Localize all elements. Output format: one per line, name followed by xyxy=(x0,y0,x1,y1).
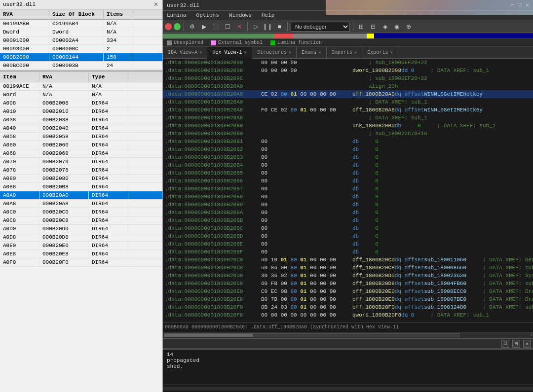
bottom-table-row[interactable]: A088000B20B8DIR64 xyxy=(0,183,162,191)
tab-ida-close[interactable]: ✕ xyxy=(199,50,202,55)
hscroll-thumb[interactable] xyxy=(164,334,253,337)
code-line[interactable]: .data:0000000001800B20BF00db 0 xyxy=(163,248,533,256)
bottom-table-row[interactable]: A058000B2058DIR64 xyxy=(0,133,162,141)
code-line[interactable]: .data:0000000001800B20F800 00 00 00 00 0… xyxy=(163,311,533,319)
tab-enums[interactable]: Enums ✕ xyxy=(297,47,326,59)
code-line[interactable]: .data:0000000001800B209800 00 00 00dword… xyxy=(163,67,533,74)
hscroll-track[interactable] xyxy=(164,333,460,337)
toolbar-btn-3[interactable]: ⬛ xyxy=(211,22,221,32)
code-line[interactable]: .data:0000000001800B20B900db 0 xyxy=(163,201,533,209)
code-view[interactable]: .data:0000000001800B209000 00 00 00 ; su… xyxy=(163,59,533,322)
toolbar-pause[interactable]: ❙❙ xyxy=(263,22,272,32)
top-table-row[interactable]: DwordDwordN/A xyxy=(0,28,162,36)
menu-windows[interactable]: Windows xyxy=(227,11,254,19)
bottom-table-row[interactable]: A080000B2080DIR64 xyxy=(0,175,162,183)
tab-hex-view[interactable]: Hex View-1 ✕ xyxy=(207,47,252,59)
code-line[interactable]: .data:0000000001800B20BB00db 0 xyxy=(163,216,533,224)
code-line[interactable]: .data:0000000001800B20BD00db 0 xyxy=(163,232,533,240)
code-line[interactable]: .data:0000000001800B20B200db 0 xyxy=(163,145,533,153)
code-line[interactable]: .data:0000000001800B20D030 36 02 80 01 0… xyxy=(163,272,533,280)
code-line[interactable]: .data:0000000001800B209C ; sub_18000EF20… xyxy=(163,74,533,82)
bottom-table-row[interactable]: 00199ACEN/AN/A xyxy=(0,82,162,91)
code-line[interactable]: .data:0000000001800B209000 00 00 00 ; su… xyxy=(163,59,533,67)
bottom-table-row[interactable]: A040000B2040DIR64 xyxy=(0,124,162,133)
tab-ida-view[interactable]: IDA View-A ✕ xyxy=(163,47,207,59)
debugger-dropdown[interactable]: No debugger xyxy=(291,22,350,32)
code-line[interactable]: .data:0000000001800B20B700db 0 xyxy=(163,185,533,193)
code-line[interactable]: .data:0000000001800B20B100db 0 xyxy=(163,138,533,145)
bottom-table-row[interactable]: A070000B2070DIR64 xyxy=(0,158,162,166)
tab-exports[interactable]: Exports ✕ xyxy=(362,47,398,59)
tab-imports[interactable]: Imports ✕ xyxy=(327,47,362,59)
top-table-row[interactable]: 00199AB000199AB4N/A xyxy=(0,20,162,28)
toolbar-btn-stop[interactable]: ✕ xyxy=(234,22,244,32)
bottom-table-row[interactable]: A010000B2010DIR64 xyxy=(0,107,162,116)
hscrollbar[interactable]: › xyxy=(163,332,533,338)
top-table-row[interactable]: 000B200000000144158 xyxy=(0,53,162,62)
tab-hex-close[interactable]: ✕ xyxy=(244,50,246,55)
bottom-table-row[interactable]: A0D0000B20D0DIR64 xyxy=(0,225,162,233)
code-line[interactable]: .data:0000000001800B20A8 ; DATA XREF: su… xyxy=(163,114,533,122)
bottom-table-row[interactable]: A078000B2078DIR64 xyxy=(0,166,162,175)
bottom-table-row[interactable]: A0E0000B20E0DIR64 xyxy=(0,242,162,250)
bottom-table-row[interactable]: A0F0000B20F0DIR64 xyxy=(0,258,162,267)
bottom-table-row[interactable]: A0A8000B20A8DIR64 xyxy=(0,200,162,208)
toolbar-stop2[interactable]: ■ xyxy=(274,22,284,32)
code-line[interactable]: .data:0000000001800B20A0 ; DATA XREF: su… xyxy=(163,98,533,106)
console-scrollbar[interactable] xyxy=(163,387,533,391)
bottom-table-row[interactable]: A068000B2068DIR64 xyxy=(0,149,162,158)
code-line[interactable]: .data:0000000001800B20B300db 0 xyxy=(163,153,533,161)
code-line[interactable]: .data:0000000001800B20B0unk_1800B20B0 db… xyxy=(163,122,533,130)
bottom-table-row[interactable]: WordN/AN/A xyxy=(0,91,162,99)
bottom-table-row[interactable]: A060000B2060DIR64 xyxy=(0,141,162,149)
code-line[interactable]: .data:0000000001800B20E0C0 EC 08 80 01 0… xyxy=(163,287,533,295)
code-line[interactable]: .data:0000000001800B20A0CE 02 80 01 00 0… xyxy=(163,90,533,98)
code-line[interactable]: .data:0000000001800B20E8B0 7B 00 80 01 0… xyxy=(163,295,533,303)
toolbar-extra-4[interactable]: ◉ xyxy=(392,22,402,32)
bottom-table-row[interactable]: A0C0000B20C0DIR64 xyxy=(0,208,162,216)
toolbar-extra-5[interactable]: ⊕ xyxy=(404,22,414,32)
code-line[interactable]: .data:0000000001800B20D860 FB 00 80 01 0… xyxy=(163,280,533,287)
toolbar-extra-1[interactable]: ⊞ xyxy=(356,22,366,32)
menu-options[interactable]: Options xyxy=(194,11,221,19)
console-btn-1[interactable]: □ xyxy=(501,340,509,348)
code-line[interactable]: .data:0000000001800B20BC00db 0 xyxy=(163,224,533,232)
bottom-table-row[interactable]: A008000B2008DIR64 xyxy=(0,99,162,107)
code-line[interactable]: .data:0000000001800B20B500db 0 xyxy=(163,169,533,177)
code-line[interactable]: .data:0000000001800B20F08B 24 03 80 01 0… xyxy=(163,303,533,311)
menu-help[interactable]: Help xyxy=(260,11,276,19)
tab-imports-close[interactable]: ✕ xyxy=(354,50,357,55)
code-line[interactable]: .data:0000000001800B20C860 86 00 80 01 0… xyxy=(163,264,533,272)
toolbar-play[interactable]: ▷ xyxy=(251,22,261,32)
code-line[interactable]: .data:0000000001800B20A0 align 20h xyxy=(163,82,533,90)
code-line[interactable]: .data:0000000001800B20BE00db 0 xyxy=(163,240,533,248)
code-line[interactable]: .data:0000000001800B20B800db 0 xyxy=(163,193,533,201)
toolbar-btn-2[interactable]: ▶ xyxy=(199,22,209,32)
bottom-table-row[interactable]: A0E8000B20E8DIR64 xyxy=(0,250,162,258)
code-line[interactable]: .data:0000000001800B20B400db 0 xyxy=(163,161,533,169)
toolbar-btn-4[interactable]: ☐ xyxy=(223,22,232,32)
toolbar-extra-2[interactable]: ⊟ xyxy=(368,22,378,32)
toolbar-extra-3[interactable]: ◈ xyxy=(380,22,390,32)
code-line[interactable]: .data:0000000001800B20B0 ; sub_180022C70… xyxy=(163,130,533,138)
code-line[interactable]: .data:0000000001800B20A8F0 CE 02 80 01 0… xyxy=(163,106,533,114)
tab-exports-close[interactable]: ✕ xyxy=(390,50,392,55)
bottom-table-row[interactable]: A038000B2038DIR64 xyxy=(0,116,162,124)
top-table-row[interactable]: 000BC0000000003B24 xyxy=(0,62,162,70)
left-panel-close[interactable]: ✕ xyxy=(152,1,159,8)
console-btn-2[interactable]: ⊞ xyxy=(512,340,520,348)
code-line[interactable]: .data:0000000001800B20C060 10 01 80 01 0… xyxy=(163,256,533,264)
menu-lumina[interactable]: Lumina xyxy=(165,11,189,19)
tab-enums-close[interactable]: ✕ xyxy=(318,50,321,55)
code-line[interactable]: .data:0000000001800B20B600db 0 xyxy=(163,177,533,185)
bottom-table-row[interactable]: A0A0000B20A0DIR64 xyxy=(0,191,162,200)
tab-structures-close[interactable]: ✕ xyxy=(289,50,291,55)
code-line[interactable]: .data:0000000001800B20BA00db 0 xyxy=(163,209,533,216)
tab-structures[interactable]: Structures ✕ xyxy=(252,47,297,59)
console-btn-3[interactable]: ✕ xyxy=(523,340,531,348)
top-table-row[interactable]: 000930000000000C2 xyxy=(0,45,162,53)
bottom-table-row[interactable]: A0C8000B20C8DIR64 xyxy=(0,216,162,225)
bottom-table-row[interactable]: A0D8000B20D8DIR64 xyxy=(0,233,162,242)
toolbar-btn-1[interactable]: ⚙ xyxy=(187,22,197,32)
top-table-row[interactable]: 00091000000002A4334 xyxy=(0,36,162,45)
